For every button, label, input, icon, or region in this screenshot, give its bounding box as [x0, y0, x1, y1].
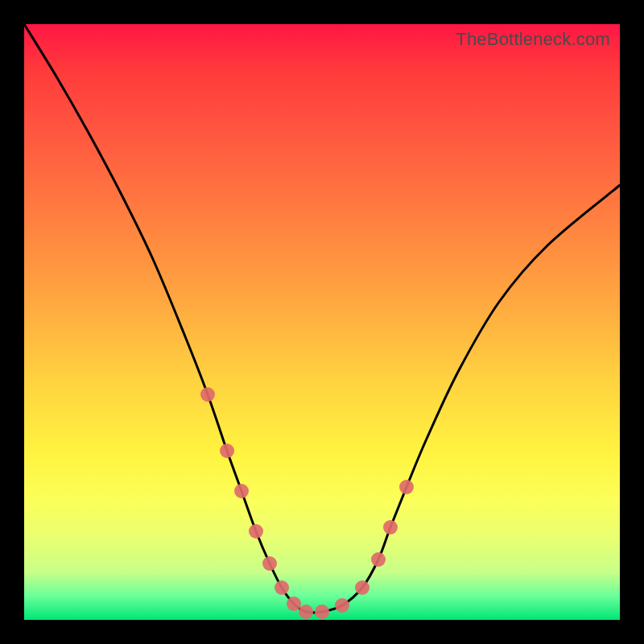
data-marker: [200, 387, 215, 402]
data-marker: [399, 480, 414, 494]
data-marker: [249, 524, 263, 539]
data-marker: [315, 605, 329, 619]
data-marker: [262, 556, 277, 571]
data-marker: [275, 580, 289, 595]
data-marker: [355, 580, 369, 595]
data-marker: [383, 520, 398, 535]
data-marker: [371, 552, 386, 567]
data-marker: [234, 484, 249, 498]
data-marker: [287, 597, 301, 611]
data-marker: [299, 605, 313, 619]
curve-line: [24, 24, 620, 613]
data-marker: [220, 444, 234, 458]
plot-area: TheBottleneck.com: [24, 24, 620, 620]
data-marker: [335, 598, 349, 613]
chart-frame: TheBottleneck.com: [0, 0, 644, 644]
bottleneck-curve-chart: [24, 24, 620, 620]
watermark-text: TheBottleneck.com: [456, 29, 610, 50]
